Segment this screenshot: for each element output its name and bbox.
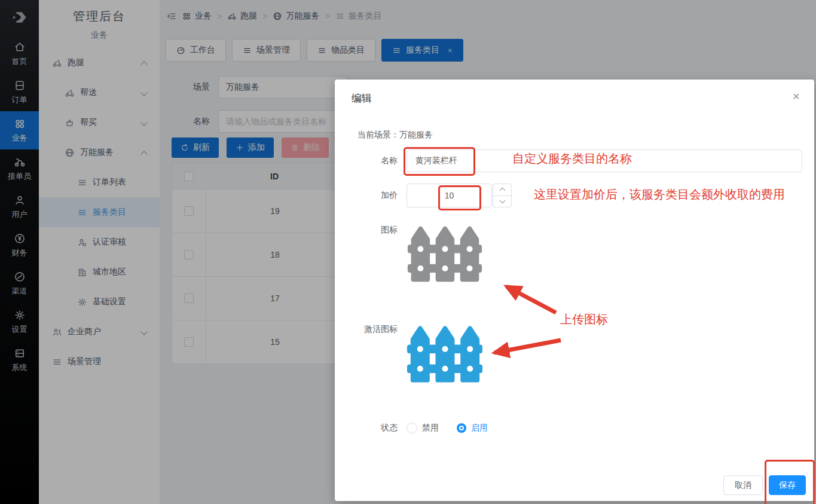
status-disabled-label: 禁用: [422, 423, 439, 433]
name-form-row: 名称: [347, 149, 802, 172]
category-active-icon-upload[interactable]: [407, 322, 483, 387]
fence-icon: [407, 222, 483, 286]
fence-icon: [407, 322, 483, 387]
upload-annotation: 上传图标: [560, 311, 608, 328]
close-icon[interactable]: ×: [793, 89, 800, 103]
status-field-label: 状态: [347, 423, 398, 433]
status-disabled-radio[interactable]: [407, 423, 417, 433]
current-scene: 当前场景：万能服务: [357, 130, 433, 140]
category-name-input[interactable]: [407, 149, 802, 172]
dialog-title: 编辑: [352, 91, 372, 105]
chevron-down-icon: [499, 197, 505, 203]
arrow-to-blue-icon: [494, 340, 561, 353]
save-button[interactable]: 保存: [769, 475, 806, 495]
category-icon-upload[interactable]: [407, 222, 483, 286]
cancel-button[interactable]: 取消: [723, 475, 763, 495]
number-stepper: [493, 184, 512, 207]
stepper-up-button[interactable]: [493, 184, 511, 196]
name-field-label: 名称: [347, 155, 398, 166]
markup-form-row: 加价: [347, 184, 512, 207]
icon-field-label: 图标: [338, 225, 398, 236]
active-icon-field-label: 激活图标: [338, 324, 398, 335]
markup-field-label: 加价: [347, 190, 398, 201]
status-enabled-radio[interactable]: [457, 423, 466, 433]
edit-dialog: 编辑 × 当前场景：万能服务 名称 加价 图标 激活图标 状态 禁用 启用 取消…: [335, 80, 814, 501]
arrow-to-gray-icon: [506, 286, 556, 313]
markup-annotation: 这里设置加价后，该服务类目会额外收取的费用: [534, 187, 785, 203]
status-form-row: 状态 禁用 启用: [347, 423, 488, 433]
markup-price-input[interactable]: [407, 184, 492, 207]
annotation-arrows: [335, 80, 814, 501]
stepper-down-button[interactable]: [493, 196, 511, 207]
status-enabled-label: 启用: [471, 423, 488, 433]
chevron-up-icon: [499, 188, 505, 194]
dialog-footer: 取消 保存: [723, 475, 806, 495]
current-scene-value: 万能服务: [399, 130, 433, 139]
current-scene-label: 当前场景：: [357, 130, 399, 139]
